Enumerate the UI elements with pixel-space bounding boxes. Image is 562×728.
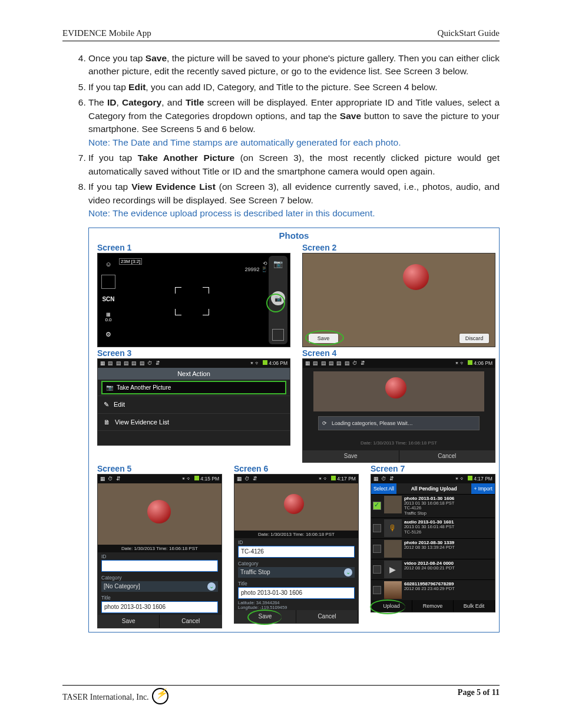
category-select[interactable]: Traffic Stop⌄ [238,567,355,578]
photo-preview [313,371,484,411]
screen2-label: Screen 2 [302,243,495,252]
list-item[interactable]: photo 2013-01-30 16062013 01 30 16:06:18… [371,494,495,518]
instruction-item: If you tap Take Another Picture (on Scre… [88,151,500,178]
list-item[interactable]: photo 2012-08-30 13392012 08 30 13:39:24… [371,538,495,559]
list-item[interactable]: 60281195879676782892012 08 23 23:40:29 P… [371,579,495,600]
screen6-form: ▦ ⏱ ⇵ ⁕ ᯤ 4:17 PM Date: 1/30/2013 Time: … [234,474,359,624]
date-stamp: Date: 1/30/2013 Time: 16:06:18 PST [234,531,358,538]
discard-button[interactable]: Discard [459,334,489,343]
evidence-text: 60281195879676782892012 08 23 23:40:29 P… [404,581,455,599]
evidence-thumb: 🎙 [384,519,402,537]
category-label: Category [234,559,358,566]
header-right: QuickStart Guide [438,28,500,38]
camera-mode-icon: 📷 [273,259,283,268]
date-stamp: Date: 1/30/2013 Time: 16:06:18 PST [98,545,222,552]
category-label: Category [98,574,222,581]
highlight-oval [370,599,405,614]
title-label: Title [98,594,222,601]
screen1-label: Screen 1 [97,243,290,252]
instruction-item: The ID, Category, and Title screen will … [88,96,500,149]
bulk-edit-button[interactable]: Bulk Edit [454,600,495,612]
pencil-icon: ✎ [104,401,109,409]
status-bar: ▦ ⏱ ⇵ ⁕ ᯤ 4:17 PM [371,475,495,483]
checkbox[interactable] [373,545,381,553]
scene-mode-icon: SCN [101,292,115,307]
screen3-label: Screen 3 [97,348,290,358]
chevron-down-icon: ⌄ [344,568,352,577]
list-item[interactable]: ▶video 2012-08-24 00002012 08 24 00:00:2… [371,559,495,579]
list-item[interactable]: 🎙audio 2013-01-30 16012013 01 30 16:01:4… [371,518,495,538]
import-button[interactable]: + Import [471,483,494,494]
checkbox[interactable] [373,586,381,594]
checkbox[interactable] [373,502,381,510]
screen5-form: ▦ ⏱ ⇵ ⁕ ᯤ 4:15 PM Date: 1/30/2013 Time: … [97,474,222,628]
instruction-item: If you tap Edit, you can add ID, Categor… [88,81,500,94]
page-header: EVIDENCE Mobile App QuickStart Guide [62,28,500,41]
camera-status: ⟲ 29992 📱 [244,261,267,272]
cancel-button[interactable]: Cancel [399,450,495,462]
status-bar: ▦ ⏱ ⇵ ⁕ ᯤ 4:17 PM [234,475,358,483]
checkbox[interactable] [373,565,381,574]
document-page: EVIDENCE Mobile App QuickStart Guide Onc… [0,0,562,728]
checkbox[interactable] [373,524,381,532]
evidence-thumb [384,496,402,513]
photo-subject [385,377,406,398]
footer-company: TASER International, Inc. [62,688,168,704]
screen7-evidence-list: ▦ ⏱ ⇵ ⁕ ᯤ 4:17 PM Select All All Pending… [371,474,495,612]
list-icon: 🗎 [104,419,110,426]
evidence-thumb: ▶ [384,561,402,578]
id-label: ID [234,538,358,545]
title-field[interactable]: photo 2013-01-30 1606 [101,601,218,613]
remove-button[interactable]: Remove [412,600,454,612]
screen5-label: Screen 5 [97,464,222,473]
save-button[interactable]: Save [303,450,399,462]
evidence-text: video 2012-08-24 00002012 08 24 00:00:21… [404,561,455,578]
taser-logo-icon [152,688,168,704]
status-bar: ▦ ⏱ ⇵ ⁕ ᯤ 4:15 PM [98,475,222,483]
focus-frame [178,291,206,312]
view-evidence-item[interactable]: 🗎 View Evidence List [98,413,290,430]
photo-preview [234,483,358,531]
header-left: EVIDENCE Mobile App [62,28,151,38]
photo-preview [98,483,222,545]
photo-subject [403,264,429,290]
id-label: ID [98,552,222,559]
screen2-preview: Save Discard [302,253,495,347]
category-select[interactable]: [No Category]⌄ [101,581,218,592]
evidence-thumb [384,540,402,558]
take-another-picture-item[interactable]: 📷 Take Another Picture [101,381,286,394]
id-field[interactable] [101,560,218,572]
page-footer: TASER International, Inc. Page 5 of 11 [62,685,500,704]
evidence-text: photo 2013-01-30 16062013 01 30 16:06:18… [404,496,455,516]
title-label: Title [234,579,358,587]
screen4-label: Screen 4 [302,348,495,358]
status-bar: ▦ ▤ ▤ ▤ ▤ ▤ ⏱ ⇵ ⁕ ᯤ 4:06 PM [303,359,495,368]
cancel-button[interactable]: Cancel [296,610,358,623]
id-field[interactable]: TC-4126 [238,546,355,558]
pending-header: All Pending Upload [396,483,472,494]
screen4-edit-loading: ▦ ▤ ▤ ▤ ▤ ▤ ⏱ ⇵ ⁕ ᯤ 4:06 PM ⟳ Loading ca… [302,358,495,463]
next-action-header: Next Action [98,368,290,380]
screen6-label: Screen 6 [234,464,359,473]
date-stamp: Date: 1/30/2013 Time: 16:06:18 PST [303,440,495,446]
chevron-down-icon: ⌄ [207,582,216,591]
figure-title: Photos [89,230,499,241]
select-all-button[interactable]: Select All [371,483,396,494]
title-field[interactable]: photo 2013-01-30 1606 [238,587,355,599]
edit-item[interactable]: ✎ Edit [98,396,290,413]
status-bar: ▦ ▤ ▤ ▤ ▤ ▤ ⏱ ⇵ ⁕ ᯤ 4:06 PM [98,359,290,368]
evidence-text: audio 2013-01-30 16012013 01 30 16:01:48… [404,519,455,537]
evidence-text: photo 2012-08-30 13392012 08 30 13:39:24… [404,540,455,558]
exposure-icon: ▦0.0 [101,310,115,324]
highlight-oval [266,294,285,312]
aspect-icon [101,275,115,289]
footer-page: Page 5 of 11 [458,688,500,704]
save-button[interactable]: Save [98,615,160,628]
cancel-button[interactable]: Cancel [160,615,221,628]
gear-icon: ⚙ [101,328,115,342]
instruction-item: Once you tap Save, the picture will be s… [88,52,500,78]
instruction-item: If you tap View Evidence List (on Screen… [88,180,500,220]
photo-subject [147,500,171,523]
evidence-thumb [384,581,402,599]
instruction-list: Once you tap Save, the picture will be s… [62,52,500,220]
